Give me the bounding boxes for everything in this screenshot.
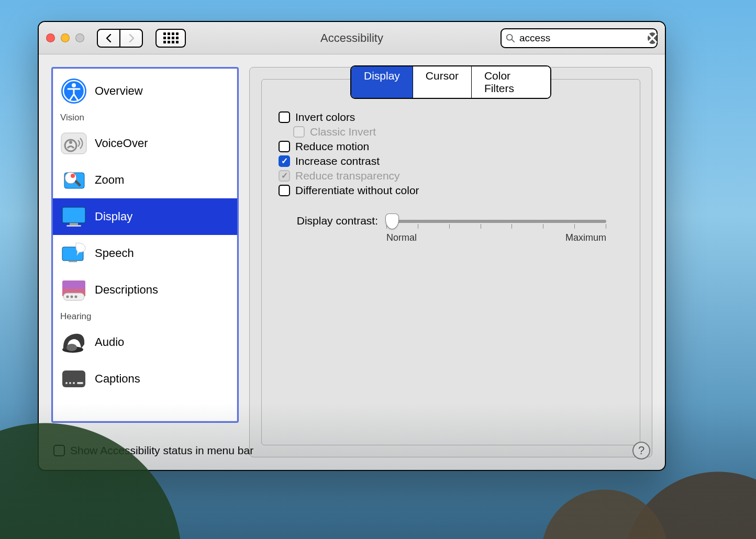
svg-rect-16 xyxy=(69,261,77,262)
option-label: Differentiate without color xyxy=(295,184,419,197)
sidebar-item-overview[interactable]: Overview xyxy=(53,73,237,109)
svg-rect-12 xyxy=(62,207,85,223)
captions-icon xyxy=(60,365,87,392)
sidebar-item-zoom[interactable]: Zoom xyxy=(53,162,237,198)
svg-point-28 xyxy=(73,382,75,384)
svg-point-9 xyxy=(65,172,76,184)
display-contrast-control: Display contrast: Normal Maximum xyxy=(279,215,623,243)
preferences-window: Accessibility xyxy=(38,21,666,471)
tab-display[interactable]: Display xyxy=(351,66,413,98)
checkbox[interactable] xyxy=(279,111,290,123)
svg-rect-13 xyxy=(70,223,78,225)
svg-point-7 xyxy=(69,141,72,144)
option-differentiate-without-color[interactable]: Differentiate without color xyxy=(279,184,623,197)
option-invert-colors[interactable]: Invert colors xyxy=(279,111,623,123)
contrast-slider[interactable] xyxy=(386,220,606,223)
svg-point-10 xyxy=(71,174,75,178)
svg-point-27 xyxy=(69,382,71,384)
slider-label: Display contrast: xyxy=(279,215,378,227)
search-field[interactable] xyxy=(501,28,658,48)
audio-icon xyxy=(60,329,87,356)
sidebar: Overview Vision VoiceOver xyxy=(51,67,239,423)
x-icon xyxy=(648,33,657,43)
help-button[interactable]: ? xyxy=(632,442,650,459)
svg-point-21 xyxy=(71,296,73,298)
titlebar: Accessibility xyxy=(39,22,665,54)
option-increase-contrast[interactable]: Increase contrast xyxy=(279,155,623,167)
overview-icon xyxy=(60,77,87,105)
display-icon xyxy=(60,203,87,230)
option-label: Reduce transparency xyxy=(295,170,400,182)
sidebar-item-captions[interactable]: Captions xyxy=(53,361,237,397)
svg-point-26 xyxy=(65,382,68,384)
option-classic-invert: Classic Invert xyxy=(293,126,623,138)
option-label: Classic Invert xyxy=(310,126,376,138)
sidebar-item-label: Descriptions xyxy=(95,283,158,297)
option-reduce-motion[interactable]: Reduce motion xyxy=(279,140,623,153)
nav-buttons xyxy=(97,29,143,48)
chevron-left-icon xyxy=(106,34,112,42)
sidebar-item-speech[interactable]: Speech xyxy=(53,235,237,272)
sidebar-item-label: Audio xyxy=(95,335,124,349)
svg-point-20 xyxy=(66,296,69,298)
slider-min-label: Normal xyxy=(386,232,417,243)
menubar-status-option[interactable]: Show Accessibility status in menu bar xyxy=(53,444,253,457)
svg-rect-25 xyxy=(62,370,85,387)
descriptions-icon xyxy=(60,276,87,304)
sidebar-item-label: Speech xyxy=(95,246,134,260)
footer: Show Accessibility status in menu bar ? xyxy=(39,434,665,470)
zoom-icon xyxy=(60,166,87,194)
sidebar-item-display[interactable]: Display xyxy=(53,198,237,235)
tab-bar: Display Cursor Color Filters xyxy=(350,65,551,99)
tab-cursor[interactable]: Cursor xyxy=(413,66,472,98)
svg-point-24 xyxy=(66,344,77,351)
option-label: Increase contrast xyxy=(295,155,380,167)
slider-max-label: Maximum xyxy=(565,232,606,243)
grid-icon xyxy=(163,32,179,43)
option-label: Reduce motion xyxy=(295,140,369,153)
search-icon xyxy=(506,33,515,43)
close-button[interactable] xyxy=(46,33,55,42)
option-label: Invert colors xyxy=(295,111,355,123)
show-all-button[interactable] xyxy=(155,29,186,48)
speech-icon xyxy=(60,240,87,267)
checkbox[interactable] xyxy=(279,141,290,152)
svg-rect-14 xyxy=(66,225,81,227)
sidebar-section-hearing: Hearing xyxy=(53,308,237,324)
content-area: Overview Vision VoiceOver xyxy=(39,54,665,470)
tab-color-filters[interactable]: Color Filters xyxy=(472,66,550,98)
sidebar-section-vision: Vision xyxy=(53,109,237,125)
sidebar-item-voiceover[interactable]: VoiceOver xyxy=(53,125,237,162)
svg-line-1 xyxy=(512,39,515,42)
question-mark-icon: ? xyxy=(638,444,644,457)
slider-thumb[interactable] xyxy=(385,214,399,229)
checkbox[interactable] xyxy=(279,155,290,167)
sidebar-item-descriptions[interactable]: Descriptions xyxy=(53,272,237,308)
option-reduce-transparency: Reduce transparency xyxy=(279,170,623,182)
sidebar-item-label: Captions xyxy=(95,372,140,386)
zoom-button[interactable] xyxy=(75,33,84,42)
svg-rect-29 xyxy=(77,382,83,384)
checkbox[interactable] xyxy=(279,185,290,196)
forward-button[interactable] xyxy=(120,29,143,48)
sidebar-item-label: Display xyxy=(95,210,132,223)
option-label: Show Accessibility status in menu bar xyxy=(70,444,253,457)
back-button[interactable] xyxy=(97,29,120,48)
sidebar-item-label: Overview xyxy=(95,84,143,98)
window-controls xyxy=(46,33,84,42)
checkbox[interactable] xyxy=(53,445,65,456)
svg-point-22 xyxy=(75,296,77,298)
minimize-button[interactable] xyxy=(61,33,70,42)
checkbox xyxy=(293,126,305,138)
detail-panel: Display Cursor Color Filters Invert colo… xyxy=(249,67,652,457)
sidebar-item-audio[interactable]: Audio xyxy=(53,324,237,361)
search-input[interactable] xyxy=(519,32,643,44)
svg-point-0 xyxy=(507,34,513,40)
voiceover-icon xyxy=(60,130,87,157)
sidebar-item-label: VoiceOver xyxy=(95,137,148,150)
sidebar-item-label: Zoom xyxy=(95,173,124,187)
clear-search-button[interactable] xyxy=(648,32,657,44)
checkbox xyxy=(279,170,290,182)
chevron-right-icon xyxy=(128,34,135,42)
tab-content: Invert colors Classic Invert Reduce moti… xyxy=(261,79,640,445)
